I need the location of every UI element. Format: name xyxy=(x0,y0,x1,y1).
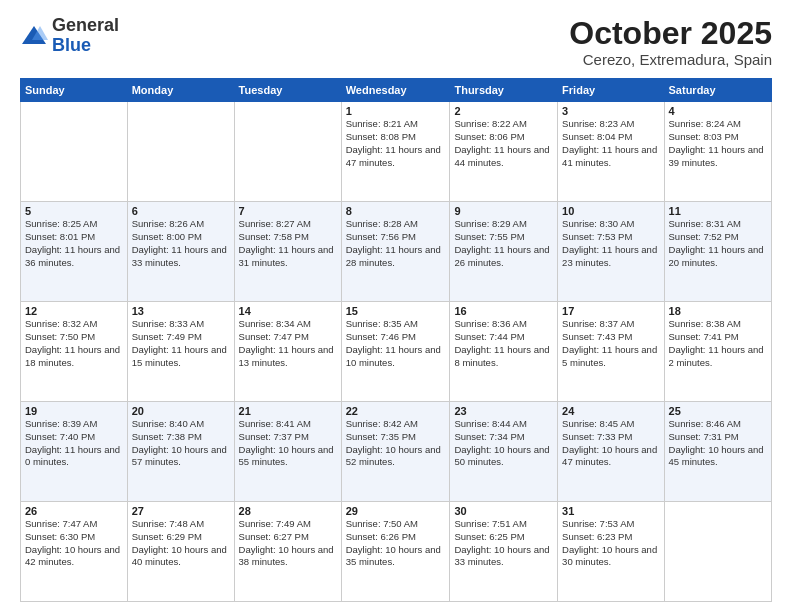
calendar-cell: 19Sunrise: 8:39 AM Sunset: 7:40 PM Dayli… xyxy=(21,402,128,502)
calendar-week-row: 26Sunrise: 7:47 AM Sunset: 6:30 PM Dayli… xyxy=(21,502,772,602)
day-info: Sunrise: 8:24 AM Sunset: 8:03 PM Dayligh… xyxy=(669,118,767,169)
weekday-header: Thursday xyxy=(450,79,558,102)
page: General Blue October 2025 Cerezo, Extrem… xyxy=(0,0,792,612)
day-info: Sunrise: 8:44 AM Sunset: 7:34 PM Dayligh… xyxy=(454,418,553,469)
logo-text: General Blue xyxy=(52,16,119,56)
day-info: Sunrise: 7:51 AM Sunset: 6:25 PM Dayligh… xyxy=(454,518,553,569)
day-number: 1 xyxy=(346,105,446,117)
day-number: 24 xyxy=(562,405,659,417)
day-number: 3 xyxy=(562,105,659,117)
day-info: Sunrise: 8:30 AM Sunset: 7:53 PM Dayligh… xyxy=(562,218,659,269)
day-number: 12 xyxy=(25,305,123,317)
calendar-cell: 4Sunrise: 8:24 AM Sunset: 8:03 PM Daylig… xyxy=(664,102,771,202)
day-info: Sunrise: 8:41 AM Sunset: 7:37 PM Dayligh… xyxy=(239,418,337,469)
day-info: Sunrise: 8:36 AM Sunset: 7:44 PM Dayligh… xyxy=(454,318,553,369)
calendar-cell: 26Sunrise: 7:47 AM Sunset: 6:30 PM Dayli… xyxy=(21,502,128,602)
day-info: Sunrise: 8:34 AM Sunset: 7:47 PM Dayligh… xyxy=(239,318,337,369)
day-info: Sunrise: 7:53 AM Sunset: 6:23 PM Dayligh… xyxy=(562,518,659,569)
day-number: 14 xyxy=(239,305,337,317)
day-number: 28 xyxy=(239,505,337,517)
day-info: Sunrise: 8:26 AM Sunset: 8:00 PM Dayligh… xyxy=(132,218,230,269)
day-info: Sunrise: 8:32 AM Sunset: 7:50 PM Dayligh… xyxy=(25,318,123,369)
calendar-cell xyxy=(234,102,341,202)
calendar-cell xyxy=(664,502,771,602)
day-number: 16 xyxy=(454,305,553,317)
calendar-cell: 8Sunrise: 8:28 AM Sunset: 7:56 PM Daylig… xyxy=(341,202,450,302)
day-info: Sunrise: 8:27 AM Sunset: 7:58 PM Dayligh… xyxy=(239,218,337,269)
day-number: 10 xyxy=(562,205,659,217)
day-number: 4 xyxy=(669,105,767,117)
day-number: 9 xyxy=(454,205,553,217)
day-number: 26 xyxy=(25,505,123,517)
calendar-cell: 7Sunrise: 8:27 AM Sunset: 7:58 PM Daylig… xyxy=(234,202,341,302)
weekday-header: Saturday xyxy=(664,79,771,102)
calendar-cell: 10Sunrise: 8:30 AM Sunset: 7:53 PM Dayli… xyxy=(558,202,664,302)
weekday-header: Wednesday xyxy=(341,79,450,102)
day-number: 15 xyxy=(346,305,446,317)
day-info: Sunrise: 8:23 AM Sunset: 8:04 PM Dayligh… xyxy=(562,118,659,169)
calendar-cell: 24Sunrise: 8:45 AM Sunset: 7:33 PM Dayli… xyxy=(558,402,664,502)
day-info: Sunrise: 8:38 AM Sunset: 7:41 PM Dayligh… xyxy=(669,318,767,369)
calendar-cell xyxy=(127,102,234,202)
day-number: 2 xyxy=(454,105,553,117)
calendar-cell: 31Sunrise: 7:53 AM Sunset: 6:23 PM Dayli… xyxy=(558,502,664,602)
day-info: Sunrise: 8:35 AM Sunset: 7:46 PM Dayligh… xyxy=(346,318,446,369)
day-info: Sunrise: 7:50 AM Sunset: 6:26 PM Dayligh… xyxy=(346,518,446,569)
weekday-header: Friday xyxy=(558,79,664,102)
day-info: Sunrise: 8:39 AM Sunset: 7:40 PM Dayligh… xyxy=(25,418,123,469)
day-info: Sunrise: 8:37 AM Sunset: 7:43 PM Dayligh… xyxy=(562,318,659,369)
calendar-cell: 14Sunrise: 8:34 AM Sunset: 7:47 PM Dayli… xyxy=(234,302,341,402)
calendar-cell: 18Sunrise: 8:38 AM Sunset: 7:41 PM Dayli… xyxy=(664,302,771,402)
day-info: Sunrise: 8:25 AM Sunset: 8:01 PM Dayligh… xyxy=(25,218,123,269)
calendar-cell: 1Sunrise: 8:21 AM Sunset: 8:08 PM Daylig… xyxy=(341,102,450,202)
calendar-cell: 15Sunrise: 8:35 AM Sunset: 7:46 PM Dayli… xyxy=(341,302,450,402)
calendar-cell: 9Sunrise: 8:29 AM Sunset: 7:55 PM Daylig… xyxy=(450,202,558,302)
day-number: 11 xyxy=(669,205,767,217)
day-info: Sunrise: 8:40 AM Sunset: 7:38 PM Dayligh… xyxy=(132,418,230,469)
day-number: 31 xyxy=(562,505,659,517)
day-info: Sunrise: 8:29 AM Sunset: 7:55 PM Dayligh… xyxy=(454,218,553,269)
day-number: 13 xyxy=(132,305,230,317)
calendar-cell: 22Sunrise: 8:42 AM Sunset: 7:35 PM Dayli… xyxy=(341,402,450,502)
day-info: Sunrise: 8:42 AM Sunset: 7:35 PM Dayligh… xyxy=(346,418,446,469)
calendar-cell: 6Sunrise: 8:26 AM Sunset: 8:00 PM Daylig… xyxy=(127,202,234,302)
day-number: 22 xyxy=(346,405,446,417)
day-info: Sunrise: 8:28 AM Sunset: 7:56 PM Dayligh… xyxy=(346,218,446,269)
calendar-cell: 30Sunrise: 7:51 AM Sunset: 6:25 PM Dayli… xyxy=(450,502,558,602)
calendar-cell: 11Sunrise: 8:31 AM Sunset: 7:52 PM Dayli… xyxy=(664,202,771,302)
calendar-cell: 21Sunrise: 8:41 AM Sunset: 7:37 PM Dayli… xyxy=(234,402,341,502)
calendar-cell: 12Sunrise: 8:32 AM Sunset: 7:50 PM Dayli… xyxy=(21,302,128,402)
weekday-header: Tuesday xyxy=(234,79,341,102)
calendar-cell: 13Sunrise: 8:33 AM Sunset: 7:49 PM Dayli… xyxy=(127,302,234,402)
location-title: Cerezo, Extremadura, Spain xyxy=(569,51,772,68)
calendar-week-row: 19Sunrise: 8:39 AM Sunset: 7:40 PM Dayli… xyxy=(21,402,772,502)
day-info: Sunrise: 8:45 AM Sunset: 7:33 PM Dayligh… xyxy=(562,418,659,469)
calendar-cell: 5Sunrise: 8:25 AM Sunset: 8:01 PM Daylig… xyxy=(21,202,128,302)
calendar-cell xyxy=(21,102,128,202)
calendar-cell: 28Sunrise: 7:49 AM Sunset: 6:27 PM Dayli… xyxy=(234,502,341,602)
day-info: Sunrise: 7:47 AM Sunset: 6:30 PM Dayligh… xyxy=(25,518,123,569)
day-number: 25 xyxy=(669,405,767,417)
day-number: 6 xyxy=(132,205,230,217)
day-number: 27 xyxy=(132,505,230,517)
calendar-header-row: SundayMondayTuesdayWednesdayThursdayFrid… xyxy=(21,79,772,102)
calendar-cell: 2Sunrise: 8:22 AM Sunset: 8:06 PM Daylig… xyxy=(450,102,558,202)
calendar-cell: 16Sunrise: 8:36 AM Sunset: 7:44 PM Dayli… xyxy=(450,302,558,402)
logo: General Blue xyxy=(20,16,119,56)
day-info: Sunrise: 8:46 AM Sunset: 7:31 PM Dayligh… xyxy=(669,418,767,469)
day-info: Sunrise: 8:33 AM Sunset: 7:49 PM Dayligh… xyxy=(132,318,230,369)
calendar-cell: 29Sunrise: 7:50 AM Sunset: 6:26 PM Dayli… xyxy=(341,502,450,602)
day-info: Sunrise: 8:22 AM Sunset: 8:06 PM Dayligh… xyxy=(454,118,553,169)
day-info: Sunrise: 8:21 AM Sunset: 8:08 PM Dayligh… xyxy=(346,118,446,169)
logo-blue: Blue xyxy=(52,35,91,55)
calendar-table: SundayMondayTuesdayWednesdayThursdayFrid… xyxy=(20,78,772,602)
calendar-week-row: 12Sunrise: 8:32 AM Sunset: 7:50 PM Dayli… xyxy=(21,302,772,402)
calendar-week-row: 1Sunrise: 8:21 AM Sunset: 8:08 PM Daylig… xyxy=(21,102,772,202)
calendar-cell: 25Sunrise: 8:46 AM Sunset: 7:31 PM Dayli… xyxy=(664,402,771,502)
weekday-header: Sunday xyxy=(21,79,128,102)
day-number: 8 xyxy=(346,205,446,217)
logo-icon xyxy=(20,22,48,50)
day-number: 20 xyxy=(132,405,230,417)
calendar-cell: 20Sunrise: 8:40 AM Sunset: 7:38 PM Dayli… xyxy=(127,402,234,502)
day-number: 18 xyxy=(669,305,767,317)
